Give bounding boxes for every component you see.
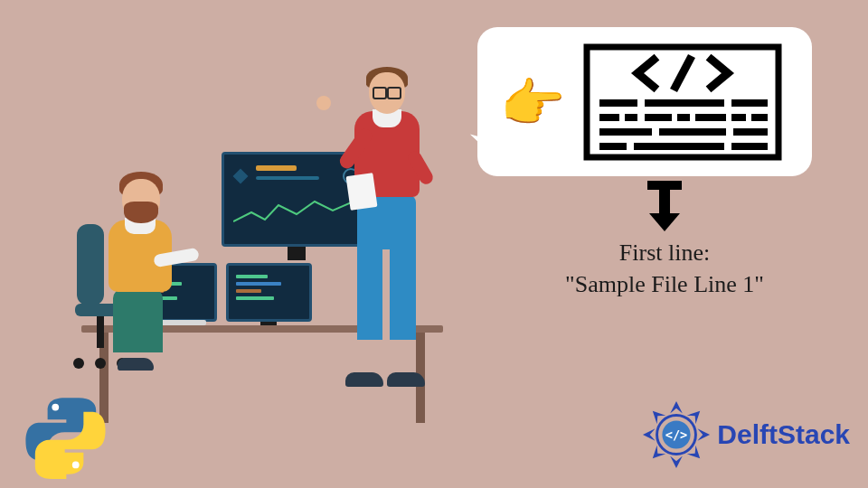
svg-rect-3 (645, 99, 724, 107)
svg-rect-17 (731, 143, 768, 150)
delftstack-mandala-icon: </> (641, 399, 712, 470)
svg-rect-6 (625, 114, 637, 121)
output-label: First line: (506, 237, 823, 268)
output-text: First line: "Sample File Line 1" (506, 237, 823, 300)
svg-rect-14 (733, 128, 768, 136)
svg-rect-4 (731, 99, 768, 107)
svg-point-22 (72, 462, 80, 469)
code-file-icon (583, 43, 782, 161)
programmers-illustration (63, 43, 470, 387)
svg-rect-5 (599, 114, 619, 121)
svg-point-21 (52, 404, 59, 411)
pointing-hand-icon: 👉 (500, 72, 565, 134)
svg-rect-15 (599, 143, 627, 150)
delftstack-wordmark: DelftStack (717, 419, 850, 450)
output-value: "Sample File Line 1" (506, 268, 823, 300)
svg-rect-2 (599, 99, 637, 107)
svg-rect-8 (677, 114, 690, 121)
svg-rect-12 (599, 128, 652, 136)
python-logo-icon (23, 393, 108, 479)
svg-line-1 (674, 56, 692, 90)
svg-rect-16 (634, 143, 724, 150)
standing-programmer (316, 52, 443, 387)
svg-rect-7 (645, 114, 672, 121)
svg-marker-20 (649, 213, 680, 231)
svg-rect-10 (731, 114, 746, 121)
arrow-down-icon (642, 181, 687, 233)
svg-text:</>: </> (665, 427, 688, 442)
delftstack-logo: </> DelftStack (641, 399, 850, 470)
svg-rect-19 (659, 188, 670, 215)
seated-programmer (81, 152, 190, 378)
right-monitor (226, 263, 312, 322)
svg-rect-9 (695, 114, 726, 121)
svg-rect-13 (659, 128, 726, 136)
svg-rect-11 (751, 114, 768, 121)
